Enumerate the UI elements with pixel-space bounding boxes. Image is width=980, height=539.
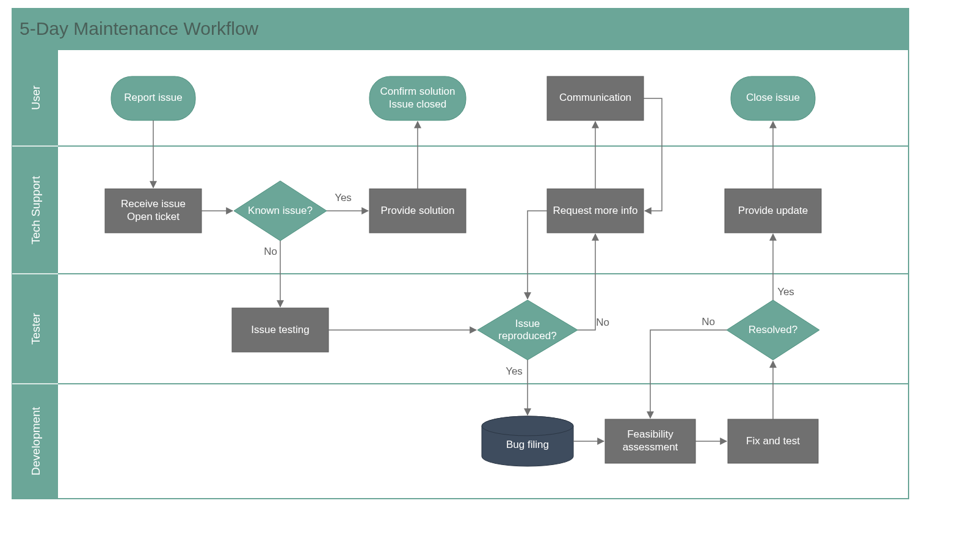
node-receive-l1: Receive issue [121,198,186,210]
edge-comm-to-request [644,98,662,211]
edge-reproduced-no [578,234,595,330]
lane-dev-label: Development [29,406,42,475]
node-known-issue-label: Known issue? [248,205,313,216]
node-reproduced-l2: reproduced? [498,330,556,342]
node-confirm-l2: Issue closed [389,98,447,110]
label-reproduced-yes: Yes [506,365,523,377]
lane-tech-label: Tech Support [29,175,42,244]
node-issue-testing-label: Issue testing [251,324,309,336]
label-reproduced-no: No [596,317,609,328]
label-resolved-yes: Yes [777,286,794,298]
node-feasibility-l1: Feasibility [627,428,673,440]
svg-point-7 [482,416,573,436]
node-resolved-label: Resolved? [749,324,797,336]
node-fix-test-label: Fix and test [746,435,800,447]
label-known-yes: Yes [335,192,352,204]
node-reproduced-l1: Issue [515,318,540,329]
edge-request-to-reproduced [528,211,547,299]
lane-tester-label: Tester [29,312,42,344]
diagram-title: 5-Day Maintenance Workflow [20,18,259,38]
node-request-info-label: Request more info [553,205,638,216]
node-close-label: Close issue [746,92,800,103]
node-provide-solution-label: Provide solution [381,205,455,216]
node-feasibility-l2: assessment [623,441,678,453]
lane-user-label: User [29,85,42,110]
label-resolved-no: No [702,316,715,328]
node-provide-update-label: Provide update [738,205,808,216]
node-bug-filing-label: Bug filing [506,439,549,450]
label-known-no: No [264,246,277,257]
swimlane-diagram: 5-Day Maintenance Workflow User Tech Sup… [0,0,980,539]
edge-resolved-no [650,330,727,418]
node-confirm-l1: Confirm solution [380,86,456,97]
node-communication-label: Communication [559,92,631,103]
node-receive-l2: Open ticket [127,211,180,222]
node-report-issue-label: Report issue [124,92,182,103]
